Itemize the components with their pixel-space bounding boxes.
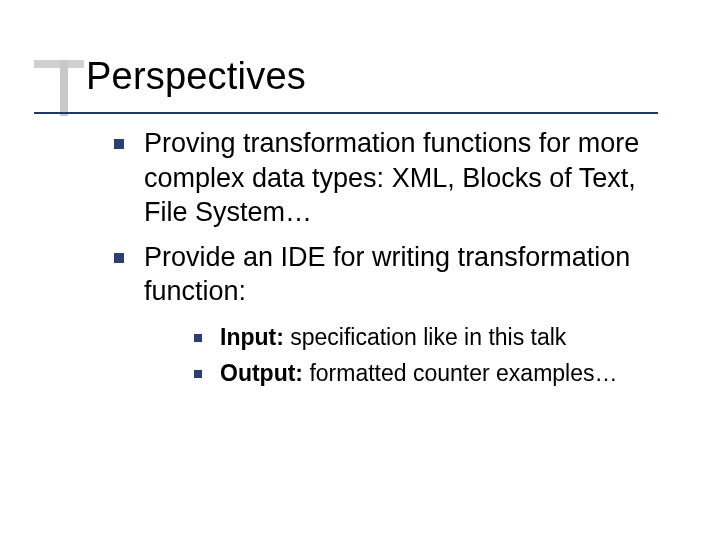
decoration-bar-left	[60, 60, 68, 116]
bullet-item: Provide an IDE for writing transformatio…	[114, 240, 660, 389]
sub-bullet-list: Input: specification like in this talk O…	[194, 323, 660, 389]
sub-bullet-bold: Output:	[220, 360, 303, 386]
sub-bullet-bold: Input:	[220, 324, 284, 350]
sub-bullet-item: Output: formatted counter examples…	[194, 359, 660, 389]
sub-bullet-item: Input: specification like in this talk	[194, 323, 660, 353]
decoration-bar-top	[34, 60, 84, 68]
bullet-list: Proving transformation functions for mor…	[114, 126, 660, 389]
bullet-text: Proving transformation functions for mor…	[144, 128, 639, 227]
sub-bullet-rest: formatted counter examples…	[303, 360, 617, 386]
slide-title: Perspectives	[86, 55, 660, 98]
slide: Perspectives Proving transformation func…	[0, 0, 720, 540]
bullet-text: Provide an IDE for writing transformatio…	[144, 242, 630, 307]
title-underline	[34, 112, 658, 114]
bullet-item: Proving transformation functions for mor…	[114, 126, 660, 230]
sub-bullet-rest: specification like in this talk	[284, 324, 567, 350]
